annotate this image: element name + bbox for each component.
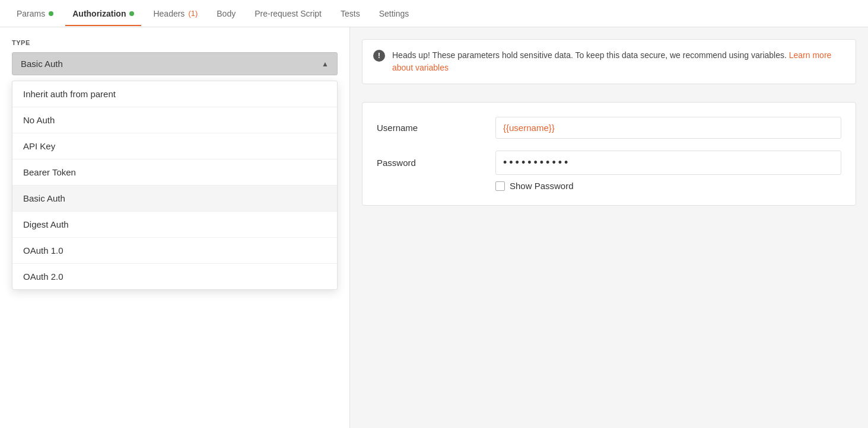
password-row: Password xyxy=(377,151,841,175)
auth-type-select[interactable]: Basic Auth ▲ xyxy=(12,52,338,75)
type-label: TYPE xyxy=(12,39,338,46)
option-no-auth[interactable]: No Auth xyxy=(12,107,337,133)
password-input[interactable] xyxy=(495,151,841,175)
tab-headers-label: Headers xyxy=(153,9,185,18)
option-oauth1-label: OAuth 1.0 xyxy=(23,245,63,255)
tab-tests-label: Tests xyxy=(341,9,360,18)
option-api-key-label: API Key xyxy=(23,141,55,151)
option-no-auth-label: No Auth xyxy=(23,115,55,125)
info-box: ! Heads up! These parameters hold sensit… xyxy=(362,39,856,84)
left-panel: TYPE Basic Auth ▲ Inherit auth from pare… xyxy=(0,27,350,428)
show-password-label: Show Password xyxy=(510,181,574,191)
info-icon: ! xyxy=(373,50,385,62)
show-password-checkbox[interactable] xyxy=(495,181,505,191)
option-inherit-auth[interactable]: Inherit auth from parent xyxy=(12,81,337,107)
tab-body[interactable]: Body xyxy=(209,2,243,25)
tab-params-label: Params xyxy=(17,9,45,18)
option-inherit-auth-label: Inherit auth from parent xyxy=(23,89,116,99)
username-label: Username xyxy=(377,123,495,133)
option-oauth2-label: OAuth 2.0 xyxy=(23,272,63,282)
tab-prerequest-label: Pre-request Script xyxy=(255,9,322,18)
main-content: TYPE Basic Auth ▲ Inherit auth from pare… xyxy=(0,27,868,428)
tab-settings-label: Settings xyxy=(379,9,409,18)
option-oauth2[interactable]: OAuth 2.0 xyxy=(12,264,337,289)
username-row: Username xyxy=(377,117,841,139)
tab-params[interactable]: Params xyxy=(9,2,61,25)
option-basic-auth[interactable]: Basic Auth xyxy=(12,186,337,212)
auth-form: Username Password Show Password xyxy=(362,102,856,206)
tab-prerequest[interactable]: Pre-request Script xyxy=(247,2,329,25)
option-digest-auth-label: Digest Auth xyxy=(23,219,69,229)
option-api-key[interactable]: API Key xyxy=(12,133,337,159)
type-section: TYPE Basic Auth ▲ xyxy=(0,27,349,75)
select-arrow-icon: ▲ xyxy=(322,60,329,68)
tab-body-label: Body xyxy=(217,9,236,18)
option-basic-auth-label: Basic Auth xyxy=(23,193,65,203)
tab-settings[interactable]: Settings xyxy=(372,2,416,25)
option-digest-auth[interactable]: Digest Auth xyxy=(12,212,337,238)
option-bearer-token-label: Bearer Token xyxy=(23,167,76,177)
show-password-row: Show Password xyxy=(495,181,841,191)
authorization-dot xyxy=(129,11,134,16)
tab-headers[interactable]: Headers (1) xyxy=(146,2,205,25)
tab-authorization[interactable]: Authorization xyxy=(65,2,141,25)
params-dot xyxy=(49,11,53,16)
password-label: Password xyxy=(377,158,495,168)
auth-type-dropdown: Inherit auth from parent No Auth API Key… xyxy=(12,81,338,290)
selected-auth-type: Basic Auth xyxy=(21,59,63,69)
tab-tests[interactable]: Tests xyxy=(333,2,367,25)
info-message: Heads up! These parameters hold sensitiv… xyxy=(392,50,789,60)
option-bearer-token[interactable]: Bearer Token xyxy=(12,159,337,186)
tab-authorization-label: Authorization xyxy=(72,9,126,18)
info-text: Heads up! These parameters hold sensitiv… xyxy=(392,49,845,74)
option-oauth1[interactable]: OAuth 1.0 xyxy=(12,238,337,264)
tab-bar: Params Authorization Headers (1) Body Pr… xyxy=(0,0,868,27)
right-panel: ! Heads up! These parameters hold sensit… xyxy=(350,27,868,428)
username-input[interactable] xyxy=(495,117,841,139)
headers-badge: (1) xyxy=(188,9,198,18)
